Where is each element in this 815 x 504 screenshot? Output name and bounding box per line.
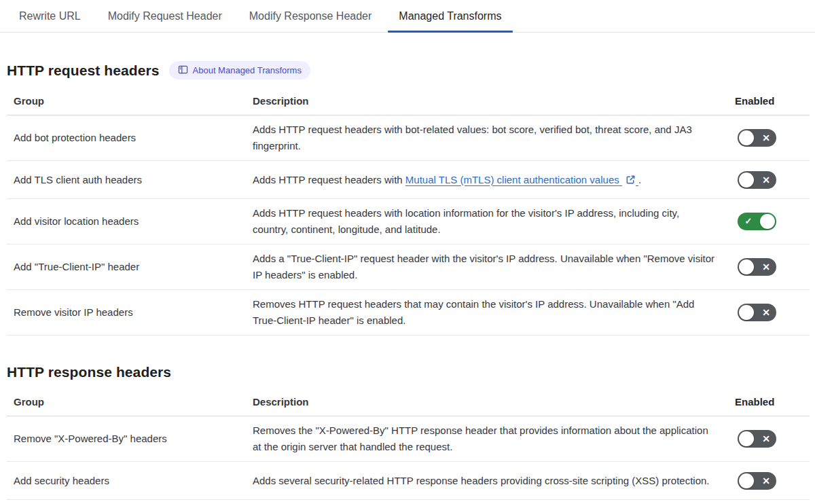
request-headers-section: HTTP request headers About Managed Trans… — [0, 61, 815, 336]
toggle-remove-x-powered-by-headers[interactable]: ✕ — [738, 430, 776, 448]
toggle-add-tls-client-auth-headers[interactable]: ✕ — [738, 171, 776, 189]
toggle-knob — [739, 431, 754, 446]
response-headers-table: GroupDescriptionEnabledRemove "X-Powered… — [7, 389, 810, 500]
table-header-row: GroupDescriptionEnabled — [7, 389, 810, 416]
response-headers-section: HTTP response headers GroupDescriptionEn… — [0, 364, 815, 500]
response-section-head: HTTP response headers — [7, 364, 810, 380]
toggle-knob — [739, 259, 754, 274]
book-icon-slot — [178, 65, 188, 76]
group-name: Add bot protection headers — [7, 130, 253, 146]
response-section-title: HTTP response headers — [7, 364, 171, 380]
x-icon: ✕ — [757, 258, 776, 276]
table-row: Add security headersAdds several securit… — [7, 462, 810, 500]
toggle-knob — [760, 214, 775, 229]
managed-transforms-page: Rewrite URLModify Request HeaderModify R… — [0, 0, 815, 500]
group-name: Add visitor location headers — [7, 213, 253, 230]
group-name: Add TLS client auth headers — [7, 172, 253, 188]
tab-rewrite-url[interactable]: Rewrite URL — [8, 0, 92, 32]
toggle-knob — [739, 130, 754, 145]
toggle-add-security-headers[interactable]: ✕ — [738, 472, 776, 490]
group-description: Removes the "X-Powered-By" HTTP response… — [253, 422, 735, 455]
mutual-tls-mtls-client-authentication-values-link[interactable]: Mutual TLS (mTLS) client authentication … — [405, 174, 638, 185]
x-icon: ✕ — [757, 304, 776, 321]
toggle-add-bot-protection-headers[interactable]: ✕ — [738, 129, 776, 147]
toggle-knob — [739, 473, 754, 488]
group-description: Adds HTTP request headers with location … — [253, 205, 735, 238]
table-row: Remove "X-Powered-By" headersRemoves the… — [7, 416, 810, 462]
column-header-enabled: Enabled — [735, 93, 810, 109]
request-section-head: HTTP request headers About Managed Trans… — [7, 61, 810, 79]
column-header-group: Group — [7, 394, 253, 410]
about-managed-transforms-label: About Managed Transforms — [193, 66, 302, 75]
column-header-description: Description — [253, 394, 735, 410]
table-row: Remove visitor IP headersRemoves HTTP re… — [7, 290, 810, 336]
table-row: Add TLS client auth headersAdds HTTP req… — [7, 161, 810, 199]
request-section-title: HTTP request headers — [7, 62, 160, 79]
about-managed-transforms-link[interactable]: About Managed Transforms — [169, 61, 310, 79]
table-header-row: GroupDescriptionEnabled — [7, 88, 810, 115]
tab-managed-transforms[interactable]: Managed Transforms — [388, 0, 512, 32]
toggle-add-visitor-location-headers[interactable]: ✓ — [738, 213, 776, 230]
group-name: Add security headers — [7, 473, 253, 489]
x-icon: ✕ — [757, 171, 776, 189]
group-name: Remove "X-Powered-By" headers — [7, 431, 253, 447]
x-icon: ✕ — [757, 472, 776, 490]
column-header-description: Description — [253, 93, 735, 109]
group-description: Removes HTTP request headers that may co… — [253, 296, 735, 329]
toggle-knob — [739, 173, 754, 187]
group-name: Remove visitor IP headers — [7, 304, 253, 321]
external-link-icon — [626, 175, 636, 185]
toggle-add-true-client-ip-header[interactable]: ✕ — [738, 258, 776, 276]
tab-modify-response-header[interactable]: Modify Response Header — [238, 0, 383, 32]
toggle-knob — [739, 305, 754, 320]
group-description: Adds HTTP request headers with bot-relat… — [253, 122, 735, 154]
table-row: Add bot protection headersAdds HTTP requ… — [7, 115, 810, 161]
toggle-remove-visitor-ip-headers[interactable]: ✕ — [738, 304, 776, 321]
x-icon: ✕ — [757, 129, 776, 147]
group-description: Adds several security-related HTTP respo… — [253, 473, 735, 489]
tab-modify-request-header[interactable]: Modify Request Header — [97, 0, 233, 32]
table-row: Add visitor location headersAdds HTTP re… — [7, 199, 810, 245]
request-headers-table: GroupDescriptionEnabledAdd bot protectio… — [7, 88, 810, 336]
group-name: Add "True-Client-IP" header — [7, 259, 253, 275]
table-row: Add "True-Client-IP" headerAdds a "True-… — [7, 245, 810, 290]
book-icon — [178, 65, 188, 75]
group-description: Adds HTTP request headers with Mutual TL… — [253, 172, 735, 188]
tab-bar: Rewrite URLModify Request HeaderModify R… — [0, 0, 815, 33]
column-header-group: Group — [7, 93, 253, 109]
check-icon: ✓ — [739, 213, 758, 230]
x-icon: ✕ — [757, 430, 776, 448]
column-header-enabled: Enabled — [735, 394, 810, 410]
group-description: Adds a "True-Client-IP" request header w… — [253, 251, 735, 283]
